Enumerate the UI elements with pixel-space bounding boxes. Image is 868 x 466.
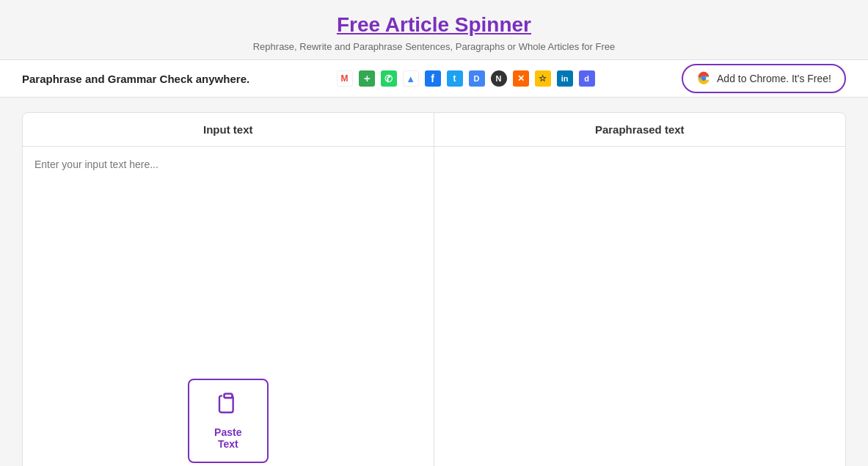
- output-pane: [434, 147, 846, 466]
- chrome-icon: [696, 71, 711, 86]
- linkedin-icon: in: [557, 70, 573, 87]
- bookmark-icon: ☆: [535, 70, 551, 87]
- input-pane: Paste Text: [23, 147, 434, 466]
- site-title[interactable]: Free Article Spinner: [337, 13, 531, 37]
- main-content: Input text Paraphrased text: [0, 98, 868, 466]
- facebook-icon: f: [425, 70, 441, 87]
- whatsapp-icon: ✆: [381, 70, 397, 87]
- paste-button-label: Paste Text: [207, 426, 249, 450]
- paste-btn-container: Paste Text: [34, 379, 422, 463]
- output-col-title: Paraphrased text: [434, 113, 846, 146]
- add-chrome-button[interactable]: Add to Chrome. It's Free!: [682, 64, 846, 93]
- gmail-icon: M: [337, 70, 353, 87]
- extension-banner: Paraphrase and Grammar Check anywhere. M…: [0, 59, 868, 98]
- x-icon: ✕: [513, 70, 529, 87]
- input-textarea[interactable]: [34, 159, 422, 379]
- banner-icons: M ✛ ✆ ▲ f t D N ✕ ☆ in d: [337, 70, 595, 87]
- banner-text: Paraphrase and Grammar Check anywhere.: [22, 73, 249, 85]
- paste-button[interactable]: Paste Text: [188, 379, 269, 463]
- editor-container: Input text Paraphrased text: [22, 112, 846, 466]
- site-subtitle: Rephrase, Rewrite and Paraphrase Sentenc…: [0, 41, 868, 52]
- gsuite-icon: ✛: [359, 70, 375, 87]
- editor-body: Paste Text: [23, 147, 845, 466]
- docs-icon: D: [469, 70, 485, 87]
- clipboard-icon: [216, 392, 240, 421]
- svg-point-0: [701, 76, 707, 81]
- add-chrome-label: Add to Chrome. It's Free!: [717, 73, 831, 84]
- top-header: Free Article Spinner Rephrase, Rewrite a…: [0, 0, 868, 59]
- input-col-title: Input text: [23, 113, 434, 146]
- svg-rect-2: [224, 394, 232, 398]
- twitter-icon: t: [447, 70, 463, 87]
- notion-icon: N: [491, 70, 507, 87]
- drive-icon: ▲: [403, 70, 419, 87]
- editor-header: Input text Paraphrased text: [23, 113, 845, 147]
- discord-icon: d: [579, 70, 595, 87]
